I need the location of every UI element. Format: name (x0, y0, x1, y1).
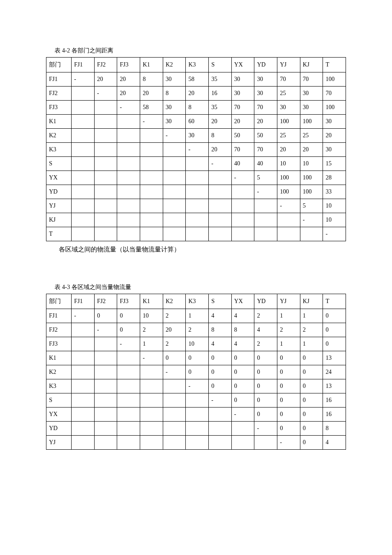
col-header: FJ3 (117, 58, 140, 72)
cell: 30 (231, 87, 254, 101)
cell: 4 (254, 323, 277, 337)
table-row: T- (46, 227, 346, 241)
cell: 10 (277, 157, 300, 171)
cell (72, 185, 95, 199)
table-row: S-000016 (46, 393, 346, 408)
cell (208, 422, 231, 436)
cell: 100 (277, 171, 300, 185)
cell (186, 422, 209, 436)
col-header: FJ2 (94, 294, 117, 309)
table-2-caption: 表 4-3 各区域之间当量物流量 (55, 283, 346, 291)
col-header: K3 (186, 294, 209, 309)
cell: 20 (231, 115, 254, 129)
cell: 15 (323, 157, 346, 171)
cell (140, 365, 163, 379)
row-header: K1 (46, 351, 72, 365)
cell: 20 (300, 143, 323, 157)
cell: 0 (208, 379, 231, 393)
cell: - (231, 171, 254, 185)
cell (72, 227, 95, 241)
cell: 5 (254, 171, 277, 185)
cell (140, 379, 163, 393)
cell (140, 143, 163, 157)
cell: 30 (163, 115, 186, 129)
cell: 30 (254, 87, 277, 101)
cell: 8 (231, 323, 254, 337)
cell (72, 408, 95, 422)
cell (72, 199, 95, 213)
cell: 100 (323, 72, 346, 87)
cell (163, 436, 186, 450)
cell: 13 (323, 351, 346, 365)
row-header: FJ2 (46, 323, 72, 337)
cell: 20 (117, 72, 140, 87)
table-row: FJ2-02202884220 (46, 323, 346, 337)
cell (117, 351, 140, 365)
cell (94, 227, 117, 241)
cell (163, 393, 186, 408)
cell: 100 (300, 171, 323, 185)
cell (140, 393, 163, 408)
cell (117, 115, 140, 129)
cell (163, 143, 186, 157)
cell (72, 323, 95, 337)
cell: 2 (163, 337, 186, 351)
cell: 8 (208, 129, 231, 143)
cell (254, 227, 277, 241)
cell: 16 (323, 408, 346, 422)
table-1-caption: 表 4-2 各部门之间距离 (55, 47, 346, 55)
row-header: FJ2 (46, 87, 72, 101)
cell: 0 (231, 379, 254, 393)
cell: 0 (300, 436, 323, 450)
row-header: K3 (46, 379, 72, 393)
cell: 50 (254, 129, 277, 143)
cell: - (231, 408, 254, 422)
cell: 35 (208, 72, 231, 87)
cell (94, 365, 117, 379)
cell: 2 (277, 323, 300, 337)
row-header: YX (46, 408, 72, 422)
cell (163, 199, 186, 213)
table-row: YJ-510 (46, 199, 346, 213)
cell (94, 199, 117, 213)
cell: 8 (208, 323, 231, 337)
cell: 70 (231, 101, 254, 115)
cell: 20 (208, 115, 231, 129)
cell: 70 (254, 143, 277, 157)
cell: 20 (117, 87, 140, 101)
cell (117, 227, 140, 241)
cell: - (208, 393, 231, 408)
cell (72, 393, 95, 408)
col-header: YD (254, 294, 277, 309)
cell (72, 436, 95, 450)
row-header: FJ3 (46, 337, 72, 351)
cell: 10 (140, 309, 163, 323)
cell: 10 (300, 157, 323, 171)
cell (72, 143, 95, 157)
col-header: T (323, 294, 346, 309)
cell (140, 422, 163, 436)
cell (140, 199, 163, 213)
row-header: S (46, 157, 72, 171)
col-header: K1 (140, 58, 163, 72)
cell: 8 (163, 87, 186, 101)
cell: 0 (231, 365, 254, 379)
table-row: S-4040101015 (46, 157, 346, 171)
cell (72, 365, 95, 379)
cell (140, 436, 163, 450)
cell (117, 422, 140, 436)
cell: 40 (254, 157, 277, 171)
col-header: S (208, 294, 231, 309)
cell: 0 (254, 408, 277, 422)
cell: 0 (254, 351, 277, 365)
cell (140, 227, 163, 241)
table-row: K2-3085050252520 (46, 129, 346, 143)
cell (94, 422, 117, 436)
cell (163, 213, 186, 227)
cell: 70 (277, 72, 300, 87)
cell: 10 (323, 199, 346, 213)
cell (117, 379, 140, 393)
cell: 0 (117, 323, 140, 337)
cell (186, 185, 209, 199)
cell: - (163, 129, 186, 143)
